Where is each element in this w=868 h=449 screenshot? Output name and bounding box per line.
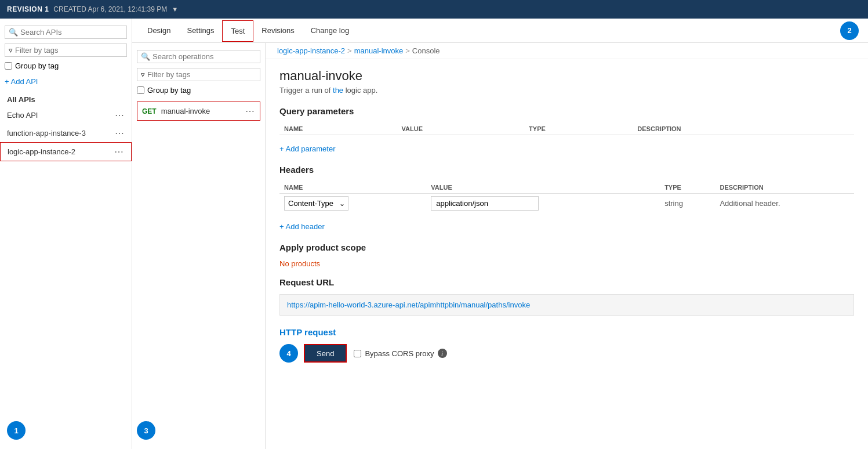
- header-name-select[interactable]: Content-Type: [284, 196, 348, 211]
- header-desc-cell: Additional header.: [715, 194, 854, 213]
- content-desc-link[interactable]: the: [333, 86, 343, 95]
- breadcrumb-sep2: >: [405, 46, 410, 55]
- breadcrumb: logic-app-instance-2 > manual-invoke > C…: [266, 43, 868, 59]
- revision-dropdown-arrow[interactable]: ▼: [172, 6, 178, 13]
- request-url-title: Request URL: [279, 277, 854, 287]
- groupby-tag-label: Group by tag: [15, 61, 59, 70]
- tab-changelog[interactable]: Change log: [303, 20, 358, 42]
- add-api-button[interactable]: + Add API: [5, 77, 127, 86]
- op-filter-icon: ▿: [141, 70, 145, 79]
- query-params-table: NAME VALUE TYPE DESCRIPTION: [279, 123, 854, 135]
- created-info: CREATED Apr 6, 2021, 12:41:39 PM: [53, 5, 167, 13]
- tabs-bar: Design Settings Test Revisions Change lo…: [132, 19, 868, 43]
- op-search-icon: 🔍: [141, 52, 150, 61]
- add-header-button[interactable]: + Add header: [279, 222, 854, 231]
- filter-tags-container: ▿: [5, 44, 127, 57]
- qp-col-name: NAME: [279, 123, 397, 135]
- op-search-container: 🔍: [137, 50, 260, 63]
- op-more[interactable]: ⋯: [245, 106, 255, 117]
- send-button[interactable]: Send: [304, 344, 347, 363]
- header-type-label: string: [664, 199, 683, 208]
- op-name: manual-invoke: [161, 107, 210, 115]
- query-params-title: Query parameters: [279, 106, 854, 116]
- breadcrumb-console: Console: [412, 46, 440, 55]
- main-layout: 🔍 ▿ Group by tag + Add API All APIs Echo…: [0, 19, 868, 449]
- content-title: manual-invoke: [279, 68, 854, 84]
- groupby-tag-checkbox[interactable]: [5, 62, 12, 70]
- op-groupby-container: Group by tag: [137, 86, 260, 95]
- step4-circle: 4: [279, 344, 298, 363]
- operation-manual-invoke[interactable]: GET manual-invoke ⋯: [137, 102, 260, 121]
- h-col-desc: DESCRIPTION: [715, 182, 854, 194]
- headers-title: Headers: [279, 165, 854, 175]
- tab-revisions[interactable]: Revisions: [253, 20, 302, 42]
- sidebar-item-echo-api[interactable]: Echo API ⋯: [0, 106, 132, 124]
- bypass-cors-label: Bypass CORS proxy: [365, 349, 434, 358]
- op-filter-container: ▿: [137, 68, 260, 81]
- breadcrumb-manual-invoke[interactable]: manual-invoke: [354, 46, 404, 55]
- header-type-cell: string: [660, 194, 715, 213]
- filter-icon: ▿: [9, 46, 13, 55]
- echo-api-more[interactable]: ⋯: [115, 110, 125, 121]
- header-name-cell: Content-Type: [279, 194, 426, 213]
- content-desc: Trigger a run of the logic app.: [279, 86, 854, 95]
- header-value-cell: [426, 194, 660, 213]
- bypass-cors-checkbox[interactable]: [354, 350, 361, 357]
- op-groupby-label: Group by tag: [147, 86, 191, 95]
- step1-circle: 1: [7, 421, 26, 440]
- sidebar: 🔍 ▿ Group by tag + Add API All APIs Echo…: [0, 19, 132, 449]
- bypass-cors-row: Bypass CORS proxy i: [354, 349, 446, 358]
- content-area: logic-app-instance-2 > manual-invoke > C…: [266, 43, 868, 449]
- no-products-label: No products: [279, 259, 854, 268]
- get-badge: GET: [142, 107, 157, 115]
- tab-settings[interactable]: Settings: [179, 20, 222, 42]
- all-apis-title: All APIs: [0, 93, 132, 106]
- echo-api-name: Echo API: [7, 111, 38, 120]
- header-name-select-wrapper: Content-Type: [284, 196, 348, 211]
- revision-badge: REVISION 1: [7, 5, 49, 13]
- request-url-box: https://apim-hello-world-3.azure-api.net…: [279, 294, 854, 316]
- send-button-label: Send: [317, 349, 334, 358]
- middle-panel: 🔍 ▿ Group by tag GET manual-invoke: [132, 43, 266, 449]
- search-apis-input[interactable]: [20, 28, 123, 37]
- top-bar: REVISION 1 CREATED Apr 6, 2021, 12:41:39…: [0, 0, 868, 19]
- logic-app-more[interactable]: ⋯: [114, 146, 124, 157]
- op-groupby-checkbox[interactable]: [137, 86, 144, 94]
- op-item-left: GET manual-invoke: [142, 107, 210, 115]
- send-row: 4 Send Bypass CORS proxy i: [279, 344, 854, 363]
- content-body: manual-invoke Trigger a run of the logic…: [266, 59, 868, 449]
- function-app-more[interactable]: ⋯: [115, 128, 125, 139]
- header-value-input[interactable]: [431, 196, 539, 211]
- breadcrumb-logic-app[interactable]: logic-app-instance-2: [277, 46, 345, 55]
- qp-col-value: VALUE: [397, 123, 525, 135]
- step2-circle: 2: [840, 21, 859, 40]
- product-scope-title: Apply product scope: [279, 242, 854, 252]
- h-col-name: NAME: [279, 182, 426, 194]
- h-col-value: VALUE: [426, 182, 660, 194]
- http-request-title: HTTP request: [279, 327, 854, 337]
- logic-app-name: logic-app-instance-2: [8, 147, 75, 156]
- add-header-label: + Add header: [279, 222, 325, 231]
- search-apis-container: 🔍: [5, 26, 127, 39]
- h-col-type: TYPE: [660, 182, 715, 194]
- groupby-tag-container: Group by tag: [5, 61, 127, 70]
- qp-col-type: TYPE: [524, 123, 633, 135]
- sidebar-item-logic-app[interactable]: logic-app-instance-2 ⋯: [0, 142, 132, 161]
- info-icon: i: [438, 349, 447, 358]
- filter-tags-input[interactable]: [15, 46, 123, 55]
- header-desc-label: Additional header.: [720, 199, 780, 208]
- breadcrumb-sep1: >: [347, 46, 352, 55]
- tab-design[interactable]: Design: [139, 20, 179, 42]
- op-search-input[interactable]: [152, 52, 256, 61]
- add-parameter-button[interactable]: + Add parameter: [279, 144, 854, 153]
- add-api-label: + Add API: [5, 77, 38, 86]
- op-filter-input[interactable]: [147, 70, 256, 79]
- tab-test[interactable]: Test: [222, 20, 253, 42]
- headers-table: NAME VALUE TYPE DESCRIPTION: [279, 182, 854, 213]
- search-icon: 🔍: [9, 28, 18, 37]
- sidebar-item-function-app[interactable]: function-app-instance-3 ⋯: [0, 124, 132, 142]
- step3-circle: 3: [137, 421, 155, 440]
- header-row-content-type: Content-Type string: [279, 194, 854, 213]
- qp-col-desc: DESCRIPTION: [633, 123, 854, 135]
- add-parameter-label: + Add parameter: [279, 144, 335, 153]
